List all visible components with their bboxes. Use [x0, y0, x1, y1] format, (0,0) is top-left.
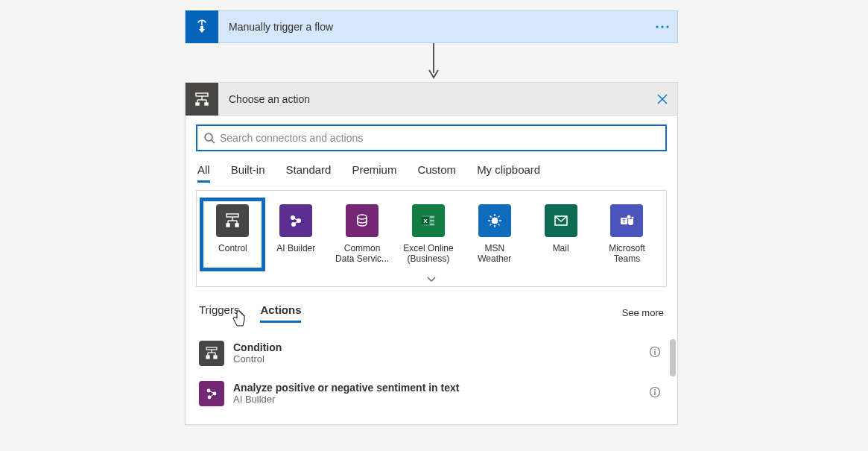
svg-rect-10 [205, 103, 208, 105]
section-tab-actions[interactable]: Actions [260, 303, 301, 323]
result-title: Analyze positive or negative sentiment i… [233, 382, 640, 394]
svg-line-42 [490, 224, 491, 226]
result-subtitle: Control [233, 353, 640, 365]
weather-icon [478, 204, 511, 237]
svg-rect-57 [654, 351, 655, 355]
control-icon [216, 204, 249, 237]
ai-builder-action-icon [199, 381, 224, 406]
connector-label: AI Builder [276, 243, 315, 253]
svg-line-40 [498, 224, 499, 226]
mail-icon [545, 204, 577, 237]
connector-excel-online[interactable]: X Excel Online (Business) [398, 204, 459, 265]
connector-mail[interactable]: Mail [530, 204, 592, 265]
svg-point-64 [654, 389, 656, 391]
info-icon[interactable] [649, 386, 664, 400]
svg-rect-20 [226, 224, 229, 227]
info-icon[interactable] [649, 346, 664, 360]
svg-line-14 [212, 140, 215, 143]
svg-point-0 [656, 25, 658, 28]
teams-icon: T [610, 204, 643, 237]
chooser-header: Choose an action [186, 83, 677, 116]
svg-point-45 [632, 216, 634, 218]
chooser-title: Choose an action [218, 93, 647, 105]
section-tab-triggers[interactable]: Triggers [199, 303, 239, 323]
svg-text:X: X [423, 218, 428, 224]
svg-point-1 [661, 25, 663, 28]
see-more-link[interactable]: See more [622, 307, 664, 318]
svg-point-2 [666, 25, 668, 28]
svg-line-41 [498, 216, 499, 218]
tab-built-in[interactable]: Built-in [231, 163, 265, 183]
connector-grid: Control AI Builder Common Data Servic... [196, 190, 667, 274]
tab-standard[interactable]: Standard [286, 163, 332, 183]
connector-label: Common Data Servic... [335, 243, 389, 265]
svg-rect-65 [654, 391, 655, 395]
result-subtitle: AI Builder [233, 394, 640, 405]
chooser-header-icon [186, 83, 218, 116]
svg-rect-9 [196, 103, 199, 105]
flow-connector-arrow [428, 43, 439, 82]
tab-all[interactable]: All [197, 163, 210, 183]
trigger-card[interactable]: Manually trigger a flow [185, 10, 678, 43]
svg-rect-54 [214, 356, 217, 359]
action-item-analyze-sentiment[interactable]: Analyze positive or negative sentiment i… [199, 373, 664, 414]
category-tabs: All Built-in Standard Premium Custom My … [186, 151, 677, 190]
result-title: Condition [233, 341, 640, 353]
tab-custom[interactable]: Custom [417, 163, 456, 183]
search-row [186, 116, 677, 151]
connector-control[interactable]: Control [202, 200, 263, 269]
svg-rect-4 [196, 93, 208, 96]
cds-icon [346, 204, 378, 237]
action-chooser-panel: Choose an action All Built-in Standard P… [185, 82, 678, 425]
section-tabs-row: Triggers Actions See more [186, 287, 677, 329]
close-button[interactable] [647, 83, 677, 116]
trigger-menu-button[interactable] [647, 25, 677, 29]
svg-rect-21 [235, 224, 238, 227]
action-item-condition[interactable]: Condition Control [199, 333, 664, 373]
tab-premium[interactable]: Premium [352, 163, 396, 183]
search-input[interactable] [220, 132, 659, 144]
trigger-icon [186, 10, 218, 43]
svg-line-62 [209, 394, 215, 397]
svg-line-39 [490, 216, 491, 218]
expand-connectors-button[interactable] [196, 274, 667, 287]
svg-rect-48 [206, 347, 217, 350]
connector-ai-builder[interactable]: AI Builder [265, 204, 326, 265]
results-list: Condition Control Analyze positive or ne… [186, 329, 677, 424]
svg-point-27 [358, 215, 367, 219]
connector-label: MSN Weather [478, 243, 511, 265]
connector-label: Control [218, 243, 247, 253]
svg-text:T: T [623, 218, 627, 224]
svg-rect-15 [226, 214, 238, 217]
excel-icon: X [412, 204, 445, 237]
svg-point-34 [492, 218, 498, 224]
condition-icon [199, 341, 224, 366]
svg-rect-53 [206, 356, 209, 359]
svg-point-44 [627, 215, 631, 219]
ai-builder-icon [279, 204, 312, 237]
search-box[interactable] [196, 124, 667, 151]
connector-microsoft-teams[interactable]: T Microsoft Teams [596, 204, 657, 265]
connector-label: Excel Online (Business) [403, 243, 453, 265]
connector-msn-weather[interactable]: MSN Weather [464, 204, 525, 265]
trigger-title: Manually trigger a flow [218, 21, 647, 33]
connector-label: Mail [553, 243, 569, 253]
svg-point-13 [205, 133, 212, 141]
connector-label: Microsoft Teams [609, 243, 645, 265]
svg-point-56 [654, 349, 656, 350]
search-icon [203, 132, 215, 144]
tab-my-clipboard[interactable]: My clipboard [477, 163, 540, 183]
results-scrollbar[interactable] [670, 339, 676, 376]
connector-common-data-service[interactable]: Common Data Servic... [332, 204, 393, 265]
